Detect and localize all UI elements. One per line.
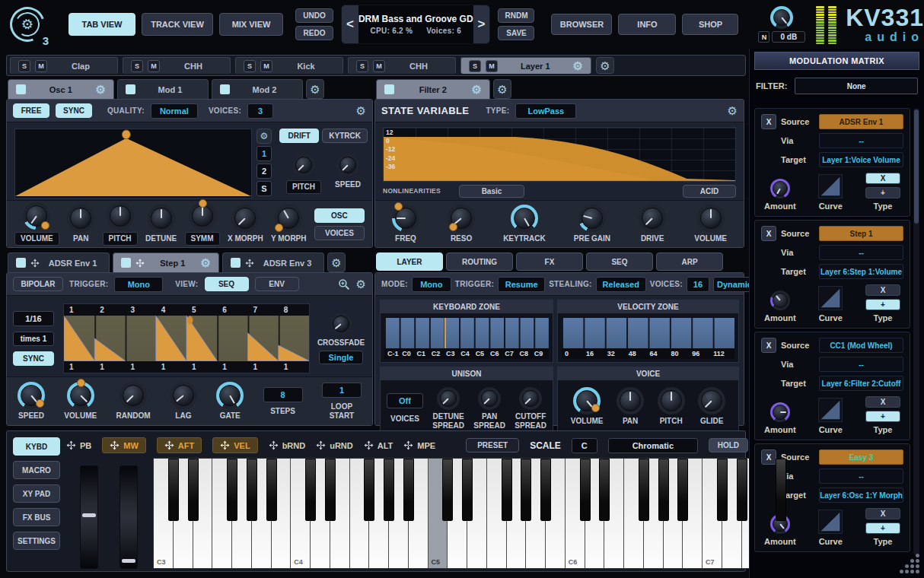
piano-keyboard[interactable]: C3C4C5C6C7 xyxy=(153,458,801,569)
osc-volume-knob[interactable] xyxy=(23,202,50,230)
piano-black-key[interactable] xyxy=(188,459,199,521)
voices-view-button[interactable]: VOICES xyxy=(314,226,365,240)
mod-curve-button[interactable] xyxy=(818,398,843,422)
filter2-enable-checkbox[interactable] xyxy=(384,84,394,94)
normalize-toggle[interactable]: N xyxy=(758,31,769,43)
osc1-enable-checkbox[interactable] xyxy=(16,84,26,94)
wave-settings-button[interactable]: ⚙ xyxy=(256,129,272,144)
step-sequencer-display[interactable]: 12345678 11111111 xyxy=(63,303,310,373)
piano-black-key[interactable] xyxy=(247,459,257,521)
mod-type-plus-button[interactable]: + xyxy=(865,299,900,310)
solo-toggle[interactable]: S xyxy=(244,60,256,72)
filter-strip-settings-icon[interactable]: ⚙ xyxy=(728,105,738,116)
seq-gate-knob[interactable] xyxy=(216,382,244,409)
filter-type-select[interactable]: LowPass xyxy=(515,103,576,119)
velocity-zone[interactable]: VELOCITY ZONE 0163248648096112 xyxy=(557,300,739,363)
tab-filter2[interactable]: Filter 2⚙ xyxy=(376,79,490,99)
osc-detune-knob[interactable] xyxy=(148,205,175,232)
view-env-button[interactable]: ENV xyxy=(255,277,299,291)
steps-count-select[interactable]: 8 xyxy=(263,387,303,402)
wave-slot-1-button[interactable]: 1 xyxy=(256,146,272,161)
preset-name[interactable]: DRM Bass and Groove GD xyxy=(358,14,473,24)
wave-slot-s-button[interactable]: S xyxy=(256,181,272,196)
mod-type-x-button[interactable]: X xyxy=(865,284,900,296)
mod-type-x-button[interactable]: X xyxy=(865,508,900,519)
mod-amount-knob[interactable] xyxy=(770,291,790,310)
pitch-bend-assign[interactable]: PB xyxy=(66,440,91,450)
master-volume-knob[interactable] xyxy=(770,6,793,29)
scale-key-select[interactable]: C xyxy=(572,438,597,453)
mod1-enable-checkbox[interactable] xyxy=(126,84,135,94)
mod-slot-remove-button[interactable]: X xyxy=(761,449,776,465)
solo-toggle[interactable]: S xyxy=(131,60,143,72)
mod-target-select[interactable]: Layer 1:Voice Volume xyxy=(819,152,903,167)
piano-black-key[interactable] xyxy=(502,459,512,521)
solo-toggle[interactable]: S xyxy=(469,60,481,72)
mod-via-select[interactable]: -- xyxy=(819,133,903,148)
piano-black-key[interactable] xyxy=(462,459,473,521)
piano-black-key[interactable] xyxy=(384,459,394,521)
layer-tab-chh1[interactable]: SMCHH xyxy=(123,57,231,74)
osc1-settings-icon[interactable]: ⚙ xyxy=(96,84,106,95)
filter-reso-knob[interactable] xyxy=(448,205,475,232)
unison-voices-select[interactable]: Off xyxy=(387,393,423,408)
layer-tab-layer1[interactable]: SMLayer 1⚙ xyxy=(460,57,591,74)
mod-type-plus-button[interactable]: + xyxy=(865,187,900,198)
mod-matrix-scrollbar[interactable] xyxy=(913,108,919,555)
osc-view-button[interactable]: OSC xyxy=(314,208,365,223)
voice-pan-knob[interactable] xyxy=(617,387,644,414)
hold-button[interactable]: HOLD xyxy=(709,438,748,453)
osc-voices-select[interactable]: 3 xyxy=(247,103,273,119)
crossfade-mode-select[interactable]: Single xyxy=(319,351,363,364)
unison-detune-spread-knob[interactable] xyxy=(437,387,460,410)
resize-grip[interactable] xyxy=(900,554,921,575)
tab-mod2[interactable]: Mod 2 xyxy=(212,79,303,99)
layer-tab-clap[interactable]: SMClap xyxy=(10,57,118,74)
tab-layer[interactable]: LAYER xyxy=(376,252,443,271)
urnd-assign[interactable]: uRND xyxy=(316,440,353,450)
view-seq-button[interactable]: SEQ xyxy=(205,277,249,291)
preset-next-button[interactable]: > xyxy=(473,5,490,43)
wheel-handle[interactable] xyxy=(122,559,135,563)
voices-count-select[interactable]: 16 xyxy=(687,277,709,292)
track-view-button[interactable]: TRACK VIEW xyxy=(142,13,213,36)
osc-pitch-knob[interactable] xyxy=(107,202,134,230)
osc-xmorph-knob[interactable] xyxy=(231,205,259,232)
osc-pan-knob[interactable] xyxy=(67,205,94,232)
osc-ymorph-knob[interactable] xyxy=(275,205,302,232)
tab-adsr-env1[interactable]: ADSR Env 1 xyxy=(8,252,110,272)
tab-step1[interactable]: Step 1⚙ xyxy=(113,252,219,272)
mute-toggle[interactable]: M xyxy=(373,60,385,72)
mute-toggle[interactable]: M xyxy=(35,60,47,72)
unison-pan-spread-knob[interactable] xyxy=(478,387,501,410)
mod-amount-knob[interactable] xyxy=(770,402,790,422)
piano-black-key[interactable] xyxy=(677,459,688,521)
filter-freq-knob[interactable] xyxy=(392,205,419,232)
info-button[interactable]: INFO xyxy=(618,14,676,35)
redo-button[interactable]: REDO xyxy=(295,26,333,40)
scale-preset-button[interactable]: PRESET xyxy=(466,438,519,453)
piano-black-key[interactable] xyxy=(599,459,610,521)
mute-toggle[interactable]: M xyxy=(148,60,160,72)
seq-random-knob[interactable] xyxy=(119,382,147,409)
voice-pitch-knob[interactable] xyxy=(658,387,685,414)
sidebar-settings-button[interactable]: SETTINGS xyxy=(13,532,60,550)
nonlinearities-select[interactable]: Basic xyxy=(459,185,524,198)
env-strip-settings-icon[interactable]: ⚙ xyxy=(356,278,366,290)
browser-button[interactable]: BROWSER xyxy=(551,14,612,35)
filter-keytrack-knob[interactable] xyxy=(511,205,538,232)
wheel-handle[interactable] xyxy=(82,513,96,517)
waveform-display[interactable] xyxy=(14,129,252,198)
aftertouch-assign[interactable]: AFT xyxy=(157,437,202,453)
master-gain-readout[interactable]: 0 dB xyxy=(772,31,805,43)
mod-source-select[interactable]: CC1 (Mod Wheel) xyxy=(819,338,903,353)
mod-curve-button[interactable] xyxy=(818,286,843,310)
sidebar-xypad-button[interactable]: XY PAD xyxy=(13,484,60,503)
keyboard-zone[interactable]: KEYBOARD ZONE C-1C0C1C2C3C4C5C6C7C8C9 xyxy=(380,300,553,363)
piano-black-key[interactable] xyxy=(305,459,316,521)
filter-tabs-settings-button[interactable]: ⚙ xyxy=(493,79,511,99)
osc-tabs-settings-button[interactable]: ⚙ xyxy=(306,79,324,99)
seq-lag-knob[interactable] xyxy=(170,382,197,409)
mod-target-select[interactable]: Layer 6:Filter 2:Cutoff xyxy=(819,376,903,391)
piano-black-key[interactable] xyxy=(266,459,277,521)
